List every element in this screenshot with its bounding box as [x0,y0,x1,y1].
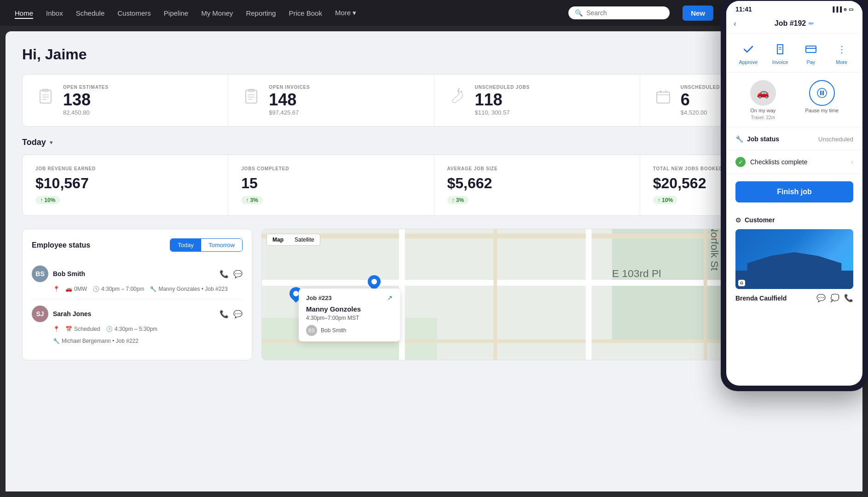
tomorrow-toggle-btn[interactable]: Tomorrow [201,239,242,251]
nav-home[interactable]: Home [15,7,33,19]
bob-travel-time: 0MW [74,286,87,292]
stat-invoices-label: OPEN INVOICES [269,85,310,90]
more-action[interactable]: ⋮ More [833,41,850,65]
bob-time-range: 4:30pm – 7:00pm [101,286,144,292]
pay-icon [803,41,819,58]
phone-travel-row: 🚗 On my way Travel: 22m Pause my time [726,73,862,128]
metric-new-badge: ↑ 10% [653,196,677,204]
employee-bob-details: 📍 🚗 0MW 🕓 4:30pm – 7:00pm 🔧 Manny Gonzal… [32,286,243,292]
bob-phone-icon[interactable]: 📞 [220,270,229,278]
check-complete-icon: ✓ [735,157,746,167]
status-icons: ▐▐▐ ⌾ ▭ [831,6,853,12]
svg-text:E 103rd Pl: E 103rd Pl [612,267,661,279]
sarah-job: 🔧 Michael Bergemann • Job #222 [53,338,139,344]
employee-sarah-top: SJ Sarah Jones 📞 💬 [32,306,243,322]
clipboard-icon [35,87,56,107]
phone-back-button[interactable]: ‹ [734,19,736,29]
phone-screen: 11:41 ▐▐▐ ⌾ ▭ ‹ Job #192 ✏ Approve [726,1,862,386]
employee-sarah-avatar: SJ [32,306,48,322]
customer-property-image: G [735,229,853,289]
job-status-row: 🔧 Job status Unscheduled [735,135,853,143]
nav-customers[interactable]: Customers [117,7,151,19]
nav-inbox[interactable]: Inbox [46,7,63,19]
map-popup[interactable]: Job #223 ↗ Manny Gonzoles 4:30pm–7:00pm … [299,289,400,341]
more-dots-icon: ⋮ [833,41,850,58]
metric-avg-badge: ↑ 3% [447,196,469,204]
nav-pipeline[interactable]: Pipeline [164,7,188,19]
on-my-way-item[interactable]: 🚗 On my way Travel: 22m [750,80,776,120]
sarah-message-icon[interactable]: 💬 [233,310,243,318]
phone-job-title: Job #192 [775,19,806,28]
employee-panel-title: Employee status [32,241,90,249]
metric-jobs-label: JOBS COMPLETED [241,166,421,171]
popup-customer-name: Manny Gonzoles [306,305,393,313]
nav-price-book[interactable]: Price Book [289,7,322,19]
edit-icon[interactable]: ✏ [809,20,814,27]
svg-text:Norfolk St: Norfolk St [709,229,721,271]
clock-icon-sarah: 🕓 [106,326,113,332]
wrench-icon-phone: 🔧 [735,135,743,143]
calendar-icon-sarah: 📅 [65,326,72,332]
metric-jobs-badge: ↑ 3% [241,196,263,204]
sarah-time: 🕓 4:30pm – 5:30pm [106,326,157,332]
employee-sarah-details: 📍 📅 Scheduled 🕓 4:30pm – 5:30pm 🔧 Michae… [32,326,243,344]
customer-name: Brenda Caulfield [735,295,787,302]
nav-schedule[interactable]: Schedule [76,7,105,19]
nav-my-money[interactable]: My Money [201,7,233,19]
checklist-left: ✓ Checklists complete [735,157,808,167]
employee-bob-name: Bob Smith [53,270,85,277]
stat-unscheduled-jobs[interactable]: UNSCHEDULED JOBS 118 $110, 300.57 [434,75,640,126]
customer-message-icon[interactable]: 💬 [816,294,826,302]
popup-external-link-icon[interactable]: ↗ [387,294,393,301]
svg-rect-0 [40,90,51,103]
new-button[interactable]: New [683,6,713,21]
phone-job-header: ‹ Job #192 ✏ [726,16,862,34]
today-dropdown[interactable]: ▾ [50,139,53,146]
map-tab-map[interactable]: Map [267,234,289,245]
stat-estimates-label: OPEN ESTIMATES [63,85,109,90]
wrench-icon-sarah: 🔧 [53,338,60,344]
battery-icon: ▭ [849,6,853,12]
job-status-label: 🔧 Job status [735,135,779,143]
map-tab-satellite[interactable]: Satellite [289,234,320,245]
phone-job-status-section: 🔧 Job status Unscheduled [726,128,862,150]
popup-technician: BS Bob Smith [306,325,393,336]
customer-chat-icon[interactable]: 💭 [830,294,839,302]
nav-reporting[interactable]: Reporting [246,7,276,19]
employee-status-panel: Employee status Today Tomorrow BS Bob Sm… [22,229,252,360]
phone-mockup: 11:41 ▐▐▐ ⌾ ▭ ‹ Job #192 ✏ Approve [721,0,868,391]
bob-job-info: Manny Gonzales • Job #223 [158,286,227,292]
customer-section-label: ⊙ Customer [735,216,853,224]
phone-action-row: Approve Invoice [726,34,862,73]
pause-time-item[interactable]: Pause my time [805,80,839,120]
on-my-way-label: On my way [750,108,775,113]
pay-action[interactable]: Pay [803,41,819,65]
customer-action-icons: 💬 💭 📞 [816,294,853,302]
nav-more[interactable]: More ▾ [335,7,356,19]
stat-open-estimates[interactable]: OPEN ESTIMATES 138 82,450.80 [23,75,228,126]
bob-message-icon[interactable]: 💬 [233,270,243,278]
approve-action[interactable]: Approve [739,41,758,65]
search-input[interactable] [586,9,663,17]
location-icon-sarah: 📍 [53,326,60,332]
employee-header: Employee status Today Tomorrow [32,238,243,252]
wifi-icon: ⌾ [844,6,847,12]
map-tabs: Map Satellite [266,234,320,246]
metric-revenue-value: $10,567 [35,175,215,192]
google-badge: G [738,280,745,286]
stat-invoices-number: 148 [269,92,310,108]
day-toggle: Today Tomorrow [170,238,243,252]
checklist-row[interactable]: ✓ Checklists complete › [726,150,862,174]
stat-open-invoices[interactable]: OPEN INVOICES 148 $97,425.67 [228,75,434,126]
search-box[interactable]: 🔍 [568,6,670,19]
today-toggle-btn[interactable]: Today [170,239,201,251]
house-illustration [735,252,853,289]
finish-job-button[interactable]: Finish job [735,181,853,202]
invoice-action[interactable]: Invoice [772,41,788,65]
svg-rect-38 [820,91,822,95]
stat-jobs-label: UNSCHEDULED JOBS [475,85,530,90]
sarah-phone-icon[interactable]: 📞 [220,310,229,318]
checklist-chevron: › [851,158,853,166]
pause-icon [809,80,835,106]
customer-phone-icon[interactable]: 📞 [844,294,853,302]
